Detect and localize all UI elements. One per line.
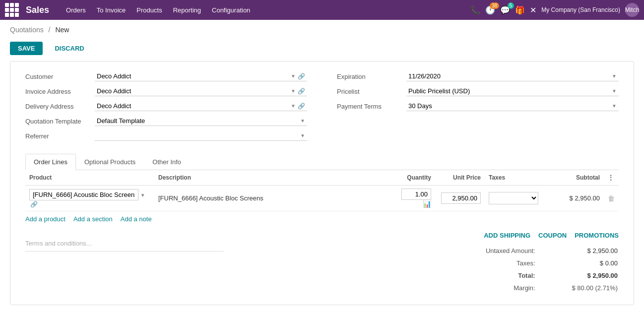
quotation-template-input[interactable] [97,117,298,125]
product-ext-link[interactable]: 🔗 [30,201,38,208]
referrer-row: Referrer ▼ [25,131,307,141]
form-container: Customer ▼ 🔗 Invoice Address ▼ 🔗 Deliver… [10,61,634,305]
save-button[interactable]: SAVE [10,42,43,55]
gift-icon[interactable]: 🎁 [515,5,525,15]
product-dropdown-arrow[interactable]: ▼ [140,192,145,198]
invoice-address-row: Invoice Address ▼ 🔗 [25,86,307,96]
payment-terms-input[interactable] [408,102,610,110]
breadcrumb-parent[interactable]: Quotations [10,26,44,34]
user-avatar[interactable]: Mitch [625,3,639,17]
app-brand: Sales [26,5,49,15]
customer-ext-link[interactable]: 🔗 [298,73,305,80]
quotation-template-dropdown-arrow[interactable]: ▼ [300,118,305,124]
referrer-field[interactable]: ▼ [95,131,307,141]
chat-icon[interactable]: 💬5 [500,5,510,15]
margin-row: Margin: $ 80.00 (2.71%) [451,282,618,294]
quantity-cell[interactable]: 📊 [395,186,435,211]
taxes-value: $ 0.00 [544,257,618,269]
pricelist-row: Pricelist ▼ [337,86,619,96]
topnav-right-area: 📞 🕐38 💬5 🎁 ✕ My Company (San Francisco) … [470,3,639,17]
untaxed-value: $ 2,950.00 [544,245,618,256]
payment-terms-row: Payment Terms ▼ [337,101,619,111]
invoice-address-input[interactable] [97,87,289,95]
invoice-address-dropdown-arrow[interactable]: ▼ [291,88,296,94]
payment-terms-dropdown-arrow[interactable]: ▼ [612,103,617,109]
col-header-description: Description [154,170,395,186]
delivery-address-field[interactable]: ▼ 🔗 [95,101,307,111]
discard-button[interactable]: DISCARD [47,42,92,55]
order-lines-table: Product Description Quantity Unit Price … [25,170,619,211]
customer-input[interactable] [97,72,289,80]
referrer-input[interactable] [97,132,298,139]
totals-table: Untaxed Amount: $ 2,950.00 Taxes: $ 0.00… [450,244,619,295]
invoice-address-ext-link[interactable]: 🔗 [298,88,305,95]
pricelist-field[interactable]: ▼ [406,86,619,96]
col-header-unit-price: Unit Price [435,170,485,186]
expiration-row: Expiration ▼ [337,71,619,81]
untaxed-row: Untaxed Amount: $ 2,950.00 [451,245,618,256]
description-text: [FURN_6666] Acoustic Bloc Screens [158,194,263,202]
bottom-area: Terms and conditions... ADD SHIPPING COU… [25,232,619,295]
customer-label: Customer [25,73,95,80]
invoice-address-field[interactable]: ▼ 🔗 [95,86,307,96]
pricelist-dropdown-arrow[interactable]: ▼ [612,88,617,94]
delete-cell[interactable]: 🗑 [604,186,619,211]
form-left-col: Customer ▼ 🔗 Invoice Address ▼ 🔗 Deliver… [25,71,307,146]
menu-products[interactable]: Products [131,4,167,16]
delivery-address-dropdown-arrow[interactable]: ▼ [291,103,296,109]
add-note-link[interactable]: Add a note [121,215,152,223]
pricelist-input[interactable] [408,87,610,95]
taxes-row: Taxes: $ 0.00 [451,257,618,269]
tab-other-info[interactable]: Other Info [144,154,190,170]
clock-badge: 38 [490,2,499,9]
product-input[interactable] [29,189,138,200]
menu-orders[interactable]: Orders [61,4,91,16]
taxes-select[interactable] [489,192,538,204]
form-fields-section: Customer ▼ 🔗 Invoice Address ▼ 🔗 Deliver… [25,71,619,146]
quotation-template-row: Quotation Template ▼ [25,116,307,126]
customer-field[interactable]: ▼ 🔗 [95,71,307,81]
close-icon[interactable]: ✕ [530,5,536,15]
unit-price-input[interactable] [441,192,481,204]
add-shipping-link[interactable]: ADD SHIPPING [484,232,530,239]
unit-price-cell[interactable] [435,186,485,211]
customer-dropdown-arrow[interactable]: ▼ [291,73,296,79]
coupon-link[interactable]: COUPON [538,232,567,239]
add-product-link[interactable]: Add a product [25,215,65,223]
menu-to-invoice[interactable]: To Invoice [92,4,131,16]
add-links-bar: Add a product Add a section Add a note [25,211,619,227]
delete-icon[interactable]: 🗑 [608,194,615,202]
user-initial: Mitch [625,6,640,13]
customer-row: Customer ▼ 🔗 [25,71,307,81]
totals-actions-bar: ADD SHIPPING COUPON PROMOTIONS [484,232,619,239]
breadcrumb-separator: / [49,26,51,34]
tab-order-lines[interactable]: Order Lines [25,154,76,170]
col-header-product: Product [25,170,154,186]
quotation-template-field[interactable]: ▼ [95,116,307,126]
chart-icon[interactable]: 📊 [423,200,431,208]
add-section-link[interactable]: Add a section [73,215,113,223]
expiration-input[interactable] [408,72,610,80]
tab-optional-products[interactable]: Optional Products [76,154,144,170]
top-navigation: Sales Orders To Invoice Products Reporti… [0,0,644,20]
form-right-col: Expiration ▼ Pricelist ▼ Payment Terms ▼ [337,71,619,146]
quantity-input[interactable] [401,189,431,200]
delivery-address-input[interactable] [97,102,289,110]
expiration-field[interactable]: ▼ [406,71,619,81]
phone-icon[interactable]: 📞 [470,5,480,15]
payment-terms-field[interactable]: ▼ [406,101,619,111]
main-menu: Orders To Invoice Products Reporting Con… [61,4,255,16]
description-cell[interactable]: [FURN_6666] Acoustic Bloc Screens [154,186,395,211]
promotions-link[interactable]: PROMOTIONS [575,232,619,239]
taxes-cell[interactable] [485,186,544,211]
terms-area[interactable]: Terms and conditions... [25,236,224,252]
menu-configuration[interactable]: Configuration [207,4,255,16]
delivery-address-ext-link[interactable]: 🔗 [298,103,305,110]
clock-icon[interactable]: 🕐38 [485,5,495,15]
menu-reporting[interactable]: Reporting [168,4,206,16]
col-header-quantity: Quantity [395,170,435,186]
expiration-dropdown-arrow[interactable]: ▼ [612,73,617,79]
product-cell[interactable]: ▼ 🔗 [25,186,154,211]
app-grid-icon[interactable] [5,3,19,17]
referrer-dropdown-arrow[interactable]: ▼ [300,133,305,138]
